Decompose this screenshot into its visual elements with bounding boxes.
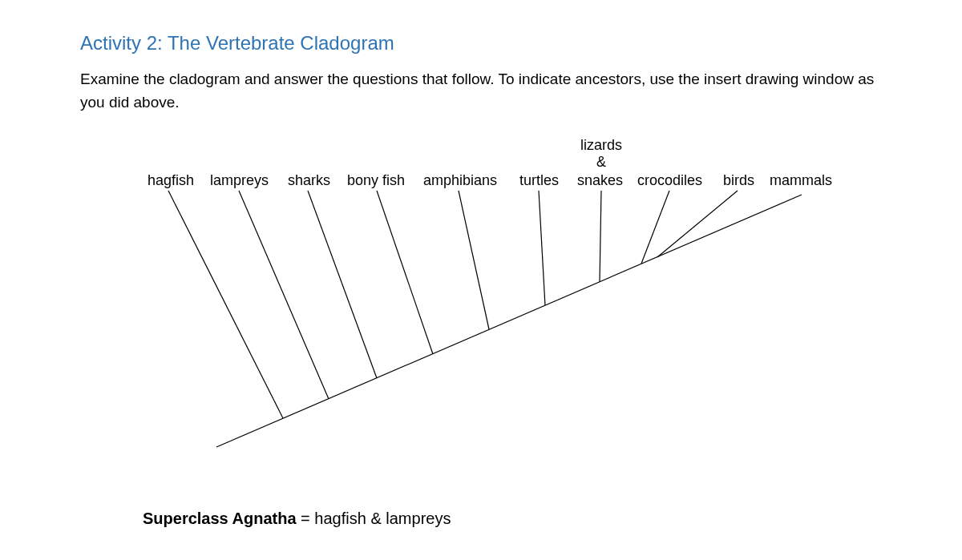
branch-turtles (539, 191, 545, 305)
svg-line-0 (216, 195, 802, 447)
branch-lampreys (239, 191, 329, 399)
instructions-text: Examine the cladogram and answer the que… (80, 67, 882, 115)
branch-lizards-snakes (600, 191, 601, 282)
footer-rest: = hagfish & lampreys (297, 510, 451, 527)
branch-sharks (308, 191, 377, 378)
activity-title: Activity 2: The Vertebrate Cladogram (80, 32, 882, 54)
branch-bony-fish (377, 191, 433, 354)
footer-bold: Superclass Agnatha (143, 510, 297, 527)
branch-amphibians (459, 191, 489, 329)
branch-crocodiles (641, 191, 669, 264)
superclass-agnatha-label: Superclass Agnatha = hagfish & lampreys (143, 510, 451, 528)
cladogram-svg (80, 147, 882, 483)
branch-hagfish (168, 191, 283, 418)
cladogram-diagram: lizards & hagfish lampreys sharks bony f… (80, 147, 882, 483)
branch-birds (657, 191, 738, 257)
